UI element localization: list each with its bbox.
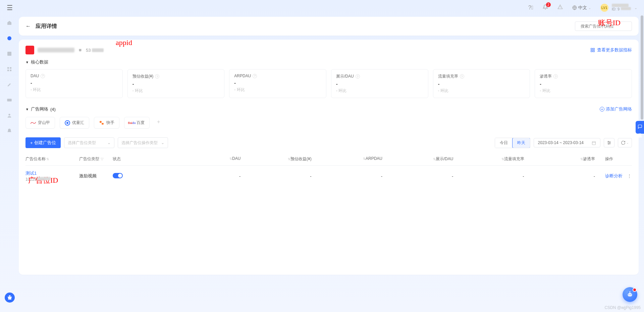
view-more-label: 查看更多数据指标: [597, 47, 632, 53]
filter-icon[interactable]: ▽: [101, 157, 103, 161]
diagnose-link[interactable]: 诊断分析: [605, 173, 623, 178]
metric-card-revenue: 预估收益(¥)? - - 环比: [127, 69, 225, 98]
help-icon[interactable]: ?: [356, 74, 360, 79]
caret-down-icon: ▼: [25, 107, 29, 111]
sort-icon[interactable]: ⇅: [229, 157, 232, 161]
nav-app-icon[interactable]: [7, 36, 12, 42]
android-icon: [78, 47, 83, 53]
settings-icon-button[interactable]: [604, 138, 614, 147]
svg-rect-4: [10, 67, 11, 69]
nav-brush-icon[interactable]: [7, 82, 12, 89]
menu-toggle-icon[interactable]: ☰: [7, 4, 13, 12]
ad-network-toggle[interactable]: ▼ 广告网络 (4): [25, 106, 56, 112]
warning-icon[interactable]: [557, 4, 563, 11]
app-id-blurred: [92, 48, 104, 52]
ad-slot-name-link[interactable]: 测试1: [25, 170, 79, 176]
help-icon[interactable]: ?⃝: [528, 5, 533, 11]
search-input[interactable]: [581, 24, 631, 29]
help-icon[interactable]: ?: [155, 74, 159, 79]
language-selector[interactable]: 中文 ⌄: [572, 5, 591, 11]
svg-rect-16: [593, 50, 594, 52]
network-chip-pangle[interactable]: 穿山甲: [25, 117, 55, 129]
view-more-metrics-link[interactable]: 查看更多数据指标: [590, 47, 632, 53]
status-toggle[interactable]: [113, 173, 123, 178]
app-id-prefix: 53: [86, 48, 91, 53]
add-chip-icon[interactable]: +: [154, 117, 163, 129]
seg-today[interactable]: 今日: [495, 138, 513, 148]
date-segment: 今日 昨天: [495, 138, 530, 148]
ad-slot-id-prefix: 10228: [25, 177, 37, 182]
kuaishou-icon: [99, 120, 104, 126]
chevron-down-icon: ⌄: [626, 141, 629, 144]
core-data-toggle[interactable]: ▼ 核心数据: [25, 59, 632, 65]
user-id-prefix: ID: 9: [612, 7, 620, 11]
svg-rect-7: [7, 99, 11, 101]
svg-rect-21: [592, 141, 596, 145]
caret-down-icon: ▼: [25, 60, 29, 64]
refresh-icon-button[interactable]: ⌄: [618, 138, 632, 147]
svg-point-19: [100, 121, 102, 123]
svg-rect-5: [7, 70, 9, 71]
network-chip-kuaishou[interactable]: 快手: [94, 117, 119, 129]
back-arrow-icon[interactable]: ←: [25, 23, 31, 29]
network-chip-baidu[interactable]: Baidu 百度: [124, 117, 150, 129]
sort-icon[interactable]: ⇅: [363, 157, 366, 161]
network-chip-ylh[interactable]: 优量汇: [60, 117, 89, 129]
svg-point-28: [608, 143, 609, 144]
user-id-blurred: [621, 7, 631, 10]
page-title: 应用详情: [36, 23, 57, 30]
nav-bell-icon[interactable]: [7, 128, 12, 135]
chevron-down-icon: ⌄: [634, 6, 637, 10]
pangle-icon: [31, 120, 36, 126]
nav-home-icon[interactable]: [7, 20, 12, 27]
ad-slot-id-blurred: [37, 177, 51, 180]
select-ad-type[interactable]: 选择广告位类型 ⌄: [64, 137, 114, 148]
plus-circle-icon: +: [600, 107, 604, 112]
baidu-icon: Baidu: [129, 120, 135, 126]
metric-card-arpdau: ARPDAU? - - 环比: [229, 69, 326, 98]
date-range-picker[interactable]: 2023-03-14 ~ 2023-03-14: [534, 138, 600, 147]
help-icon[interactable]: ?: [553, 74, 558, 79]
more-icon[interactable]: ⋮: [627, 173, 632, 178]
create-ad-slot-button[interactable]: + 创建广告位: [25, 137, 61, 148]
table-row: 测试1 10228 激励视频 - - - - - - 诊断分析 ⋮: [25, 166, 632, 186]
user-menu[interactable]: LV1 ID: 9 ⌄: [600, 4, 637, 12]
ylh-icon: [65, 120, 70, 126]
svg-rect-6: [10, 70, 11, 71]
ad-network-count: (4): [50, 107, 56, 112]
metric-card-dau: DAU? - - 环比: [25, 69, 123, 98]
add-network-link[interactable]: + 添加广告网络: [600, 106, 632, 112]
sort-icon[interactable]: ⇅: [433, 157, 436, 161]
search-box[interactable]: [575, 21, 632, 31]
svg-rect-15: [591, 50, 592, 52]
select-op-type[interactable]: 选择广告位操作类型 ⌄: [118, 137, 168, 148]
nav-grid-icon[interactable]: [7, 66, 12, 73]
svg-point-8: [8, 114, 10, 116]
nav-report-icon[interactable]: [7, 51, 12, 58]
help-icon[interactable]: ?: [460, 74, 464, 79]
sort-icon[interactable]: ⇅: [46, 157, 49, 161]
ad-network-label: 广告网络: [31, 106, 48, 112]
scrollbar[interactable]: [641, 15, 643, 120]
left-nav: [0, 15, 19, 312]
help-icon[interactable]: ?: [253, 74, 257, 78]
svg-rect-3: [7, 67, 9, 69]
nav-user-icon[interactable]: [7, 113, 12, 120]
sort-icon[interactable]: ⇅: [501, 157, 504, 161]
sort-icon[interactable]: ⇅: [288, 157, 290, 161]
gift-button[interactable]: [5, 293, 15, 303]
sort-icon[interactable]: ⇅: [580, 157, 583, 161]
feedback-tab[interactable]: 意见反馈: [636, 121, 644, 134]
plus-icon: +: [30, 140, 33, 145]
core-data-label: 核心数据: [31, 59, 48, 65]
help-icon[interactable]: ?: [41, 74, 45, 78]
nav-card-icon[interactable]: [7, 97, 12, 104]
bell-icon[interactable]: 2: [543, 4, 548, 11]
level-badge: LV1: [600, 4, 608, 12]
svg-rect-10: [8, 298, 11, 300]
svg-rect-14: [593, 48, 594, 50]
chatbot-button[interactable]: [623, 287, 637, 302]
seg-yesterday[interactable]: 昨天: [512, 138, 530, 148]
language-label: 中文: [578, 5, 587, 11]
app-icon: [25, 46, 34, 54]
